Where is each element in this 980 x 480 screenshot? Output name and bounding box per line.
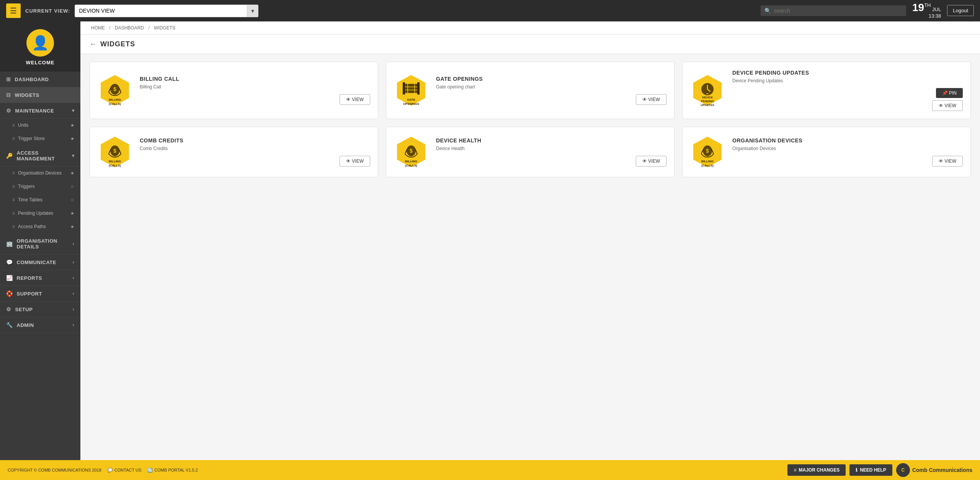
widget-icon-device-health: $ BILLING(CALLS) <box>394 135 428 169</box>
bullet-icon-7: ≡ <box>12 224 15 229</box>
widget-desc-billing-call: Billing Call <box>140 84 370 90</box>
svg-text:(CALLS): (CALLS) <box>109 164 121 167</box>
svg-text:DEVICE: DEVICE <box>702 96 713 99</box>
widget-card-device-pending-updates: DEVICEPENDINGUPDATES DEVICE PENDING UPDA… <box>682 62 971 119</box>
sidebar-user: 👤 WELCOME <box>0 21 80 72</box>
view-button-gate-openings[interactable]: 👁 VIEW <box>636 94 666 105</box>
search-box: 🔍 <box>761 5 906 16</box>
view-select-arrow-icon[interactable]: ▾ <box>247 5 258 17</box>
view-button-device-health[interactable]: 👁 VIEW <box>636 156 666 167</box>
view-button-device-pending-updates[interactable]: 👁 VIEW <box>932 100 963 111</box>
view-select[interactable]: DEVION VIEW DEFAULT VIEW ADMIN VIEW <box>75 5 247 16</box>
sidebar-item-time-tables[interactable]: ≡ Time Tables ☆ <box>0 193 80 207</box>
need-help-button[interactable]: ℹ NEED HELP <box>849 464 892 476</box>
footer-portal-version-label: COMB PORTAL V1.5.2 <box>154 468 198 472</box>
view-button-comb-credits[interactable]: 👁 VIEW <box>340 156 370 167</box>
breadcrumb-dashboard[interactable]: DASHBOARD <box>115 25 144 31</box>
footer-left: COPYRIGHT © COMB COMMUNICATIONS 2018 💬 C… <box>8 468 198 473</box>
sidebar-item-reports[interactable]: 📈 REPORTS › <box>0 270 80 286</box>
content-area: HOME / DASHBOARD / WIDGETS ← WIDGETS $ B… <box>80 21 980 460</box>
widget-card-organisation-devices: $ BILLING(CALLS) ORGANISATION DEVICESOrg… <box>682 127 971 177</box>
page-title: WIDGETS <box>100 40 135 48</box>
sidebar-item-widgets[interactable]: ⊟ WIDGETS <box>0 87 80 103</box>
svg-text:(CALLS): (CALLS) <box>701 164 714 167</box>
search-input[interactable] <box>774 8 902 14</box>
footer-copyright: COPYRIGHT © COMB COMMUNICATIONS 2018 <box>8 468 101 472</box>
sidebar-item-pending-updates[interactable]: ≡ Pending Updates ★ <box>0 207 80 220</box>
footer-right: ≡ MAJOR CHANGES ℹ NEED HELP C Comb Commu… <box>787 463 972 477</box>
pin-button-device-pending-updates[interactable]: 📌 PIN <box>936 88 963 98</box>
svg-rect-12 <box>417 82 420 95</box>
svg-text:$: $ <box>706 148 709 154</box>
bullet-icon-4: ≡ <box>12 184 15 189</box>
logo-area: C Comb Communications <box>896 463 972 477</box>
support-icon: 🛟 <box>6 291 13 297</box>
sidebar-item-access-management[interactable]: 🔑 ACCESS MANAGEMENT ▾ <box>0 145 80 167</box>
sidebar-item-trigger-store[interactable]: ≡ Trigger Store ★ <box>0 132 80 145</box>
svg-text:BILLING: BILLING <box>109 98 121 101</box>
setup-icon: ⚙ <box>6 306 11 312</box>
bullet-icon: ≡ <box>12 122 15 128</box>
hamburger-button[interactable]: ☰ <box>6 3 21 18</box>
breadcrumb-widgets[interactable]: WIDGETS <box>154 25 175 31</box>
widget-actions-comb-credits: 👁 VIEW <box>140 156 370 167</box>
widget-icon-device-pending-updates: DEVICEPENDINGUPDATES <box>690 73 725 108</box>
sidebar-label-maintenance: MAINTENANCE <box>15 108 54 114</box>
sidebar-item-units[interactable]: ≡ Units ★ <box>0 119 80 132</box>
sidebar-item-org-details[interactable]: 🏢 ORGANISATION DETAILS › <box>0 233 80 255</box>
back-arrow-icon[interactable]: ← <box>90 40 96 48</box>
widgets-container: $ BILLING(CALLS) BILLING CALLBilling Cal… <box>80 54 980 460</box>
footer-portal-version-link[interactable]: 🔄 COMB PORTAL V1.5.2 <box>147 468 198 473</box>
sidebar-label-pending-updates: Pending Updates <box>18 211 53 216</box>
datetime-day: 19 <box>912 2 924 13</box>
need-help-label: NEED HELP <box>860 467 886 473</box>
sidebar-item-communicate[interactable]: 💬 COMMUNICATE › <box>0 255 80 270</box>
sidebar-item-maintenance[interactable]: ⚙ MAINTENANCE ▾ <box>0 103 80 119</box>
admin-arrow-icon: › <box>73 322 75 328</box>
widget-actions-billing-call: 👁 VIEW <box>140 94 370 105</box>
admin-icon: 🔧 <box>6 322 13 328</box>
datetime-time: 13:38 <box>912 13 941 20</box>
view-button-billing-call[interactable]: 👁 VIEW <box>340 94 370 105</box>
sidebar-item-support[interactable]: 🛟 SUPPORT › <box>0 286 80 302</box>
widget-title-gate-openings: GATE OPENINGS <box>436 76 666 82</box>
sidebar-item-triggers[interactable]: ≡ Triggers ☆ <box>0 180 80 193</box>
sidebar-label-dashboard: DASHBOARD <box>15 77 49 82</box>
sidebar-item-org-devices[interactable]: ≡ Organisation Devices ★ <box>0 167 80 180</box>
widget-desc-organisation-devices: Organisation Devices <box>732 146 963 151</box>
setup-arrow-icon: › <box>73 307 75 312</box>
widget-desc-gate-openings: Gate opening chart <box>436 84 666 90</box>
widgets-grid: $ BILLING(CALLS) BILLING CALLBilling Cal… <box>90 62 971 177</box>
welcome-text: WELCOME <box>26 60 55 65</box>
sidebar-label-trigger-store: Trigger Store <box>18 136 45 141</box>
footer: COPYRIGHT © COMB COMMUNICATIONS 2018 💬 C… <box>0 460 980 480</box>
widget-desc-comb-credits: Comb Credits <box>140 146 370 151</box>
star-icon-3: ★ <box>70 171 74 176</box>
top-bar-right: 🔍 19TH JUL 13:38 Logout <box>761 2 974 20</box>
widget-actions-organisation-devices: 👁 VIEW <box>732 156 963 167</box>
major-changes-button[interactable]: ≡ MAJOR CHANGES <box>787 464 846 476</box>
widget-card-billing-call: $ BILLING(CALLS) BILLING CALLBilling Cal… <box>90 62 378 119</box>
svg-text:(CALLS): (CALLS) <box>109 102 121 106</box>
sidebar-label-admin: ADMIN <box>17 322 34 328</box>
svg-text:BILLING: BILLING <box>109 160 121 163</box>
sidebar-item-admin[interactable]: 🔧 ADMIN › <box>0 317 80 333</box>
logout-button[interactable]: Logout <box>947 5 974 16</box>
page-header: ← WIDGETS <box>80 35 980 54</box>
datetime-month: JUL <box>932 7 941 12</box>
widget-desc-device-health: Device Health <box>436 146 666 151</box>
widget-title-device-pending-updates: DEVICE PENDING UPDATES <box>732 70 963 76</box>
star-icon-7: ★ <box>70 224 74 229</box>
view-button-organisation-devices[interactable]: 👁 VIEW <box>932 156 963 167</box>
sidebar: 👤 WELCOME ⊞ DASHBOARD ⊟ WIDGETS ⚙ MAINTE… <box>0 21 80 460</box>
sidebar-item-setup[interactable]: ⚙ SETUP › <box>0 302 80 317</box>
org-details-icon: 🏢 <box>6 241 13 247</box>
breadcrumb-sep-2: / <box>148 25 151 31</box>
sidebar-item-dashboard[interactable]: ⊞ DASHBOARD <box>0 72 80 87</box>
sidebar-item-access-paths[interactable]: ≡ Access Paths ★ <box>0 220 80 233</box>
sidebar-label-triggers: Triggers <box>18 184 35 189</box>
breadcrumb-home[interactable]: HOME <box>91 25 105 31</box>
communicate-icon: 💬 <box>6 259 13 265</box>
footer-contact-us-link[interactable]: 💬 CONTACT US <box>108 468 142 473</box>
sidebar-label-units: Units <box>18 122 28 128</box>
